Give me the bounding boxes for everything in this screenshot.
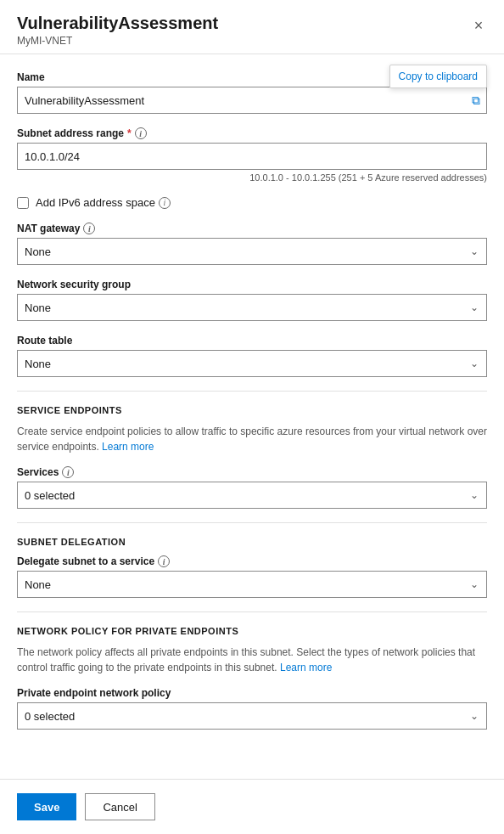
service-endpoints-learn-more[interactable]: Learn more: [102, 441, 154, 453]
required-star: *: [127, 127, 132, 139]
delegate-service-info-icon[interactable]: i: [158, 555, 170, 567]
ipv6-checkbox[interactable]: [17, 197, 29, 209]
nat-gateway-select[interactable]: None: [17, 238, 487, 265]
route-table-label: Route table: [17, 335, 487, 347]
panel-body: Name Copy to clipboard ⧉ Subnet address …: [0, 54, 504, 779]
services-label: Services i: [17, 466, 487, 478]
network-policy-description: The network policy affects all private e…: [17, 645, 487, 675]
subnet-address-input-wrapper: [17, 143, 487, 170]
side-panel: VulnerabilityAssessment MyMI-VNET × Name…: [0, 0, 504, 834]
copy-icon: ⧉: [472, 93, 480, 107]
network-security-group-field-group: Network security group None ⌄: [17, 279, 487, 321]
network-policy-learn-more[interactable]: Learn more: [280, 662, 332, 673]
network-security-group-select[interactable]: None: [17, 294, 487, 321]
name-input[interactable]: [17, 87, 487, 114]
nat-gateway-select-wrapper: None ⌄: [17, 238, 487, 265]
subnet-address-info-icon[interactable]: i: [135, 127, 147, 139]
delegate-service-field-group: Delegate subnet to a service i None ⌄: [17, 555, 487, 598]
save-button[interactable]: Save: [17, 793, 76, 820]
private-endpoint-label: Private endpoint network policy: [17, 687, 487, 699]
nsg-select-wrapper: None ⌄: [17, 294, 487, 321]
route-table-select[interactable]: None: [17, 350, 487, 377]
panel-title: VulnerabilityAssessment: [17, 14, 487, 33]
panel-footer: Save Cancel: [0, 779, 504, 834]
ipv6-label: Add IPv6 address space i: [36, 196, 171, 209]
ipv6-info-icon[interactable]: i: [159, 197, 171, 209]
subnet-address-label: Subnet address range * i: [17, 127, 487, 139]
clipboard-tooltip[interactable]: Copy to clipboard: [389, 65, 487, 88]
network-security-group-label: Network security group: [17, 279, 487, 290]
divider-1: [17, 391, 487, 392]
subnet-address-field-group: Subnet address range * i 10.0.1.0 - 10.0…: [17, 127, 487, 183]
private-endpoint-select[interactable]: 0 selected: [17, 702, 487, 730]
divider-3: [17, 611, 487, 612]
nat-gateway-label: NAT gateway i: [17, 223, 487, 234]
name-field-group: Name Copy to clipboard ⧉: [17, 71, 487, 114]
copy-to-clipboard-button[interactable]: ⧉: [468, 92, 484, 110]
delegate-service-select[interactable]: None: [17, 571, 487, 598]
panel-subtitle: MyMI-VNET: [17, 35, 487, 47]
subnet-address-hint: 10.0.1.0 - 10.0.1.255 (251 + 5 Azure res…: [17, 172, 487, 183]
panel-header: VulnerabilityAssessment MyMI-VNET ×: [0, 0, 504, 54]
delegate-service-select-wrapper: None ⌄: [17, 571, 487, 598]
nat-gateway-info-icon[interactable]: i: [83, 223, 95, 234]
name-input-wrapper: ⧉: [17, 87, 487, 114]
services-select[interactable]: 0 selected: [17, 482, 487, 509]
network-policy-section-title: NETWORK POLICY FOR PRIVATE ENDPOINTS: [17, 626, 487, 636]
nat-gateway-field-group: NAT gateway i None ⌄: [17, 223, 487, 265]
divider-2: [17, 522, 487, 523]
subnet-address-input[interactable]: [17, 143, 487, 170]
service-endpoints-section-title: SERVICE ENDPOINTS: [17, 405, 487, 415]
route-table-select-wrapper: None ⌄: [17, 350, 487, 377]
delegate-service-label: Delegate subnet to a service i: [17, 555, 487, 567]
services-select-wrapper: 0 selected ⌄: [17, 482, 487, 509]
private-endpoint-field-group: Private endpoint network policy 0 select…: [17, 687, 487, 730]
close-button[interactable]: ×: [467, 14, 490, 37]
service-endpoints-description: Create service endpoint policies to allo…: [17, 424, 487, 454]
services-info-icon[interactable]: i: [62, 466, 74, 478]
ipv6-checkbox-row: Add IPv6 address space i: [17, 196, 487, 209]
private-endpoint-select-wrapper: 0 selected ⌄: [17, 702, 487, 730]
services-field-group: Services i 0 selected ⌄: [17, 466, 487, 509]
cancel-button[interactable]: Cancel: [85, 793, 154, 820]
route-table-field-group: Route table None ⌄: [17, 335, 487, 377]
subnet-delegation-section-title: SUBNET DELEGATION: [17, 537, 487, 547]
